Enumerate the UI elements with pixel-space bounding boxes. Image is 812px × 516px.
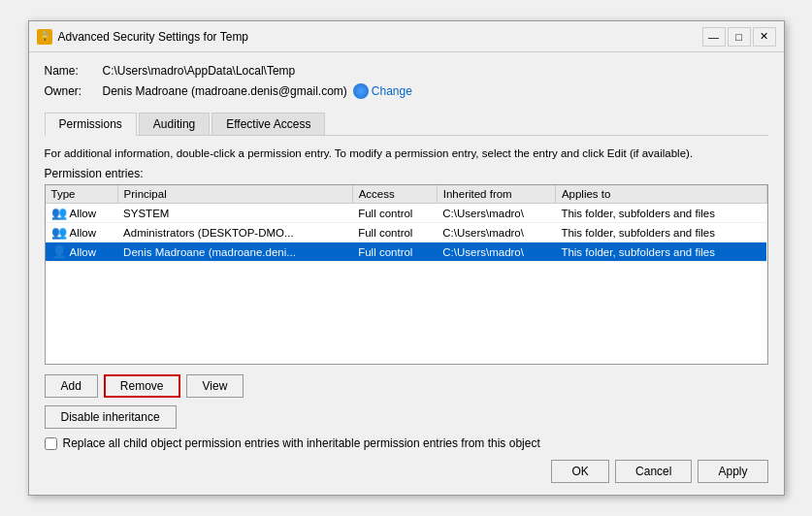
tab-effective-access[interactable]: Effective Access (211, 113, 325, 135)
table-header-row: Type Principal Access Inherited from App… (46, 185, 767, 204)
tabs-container: Permissions Auditing Effective Access (45, 113, 768, 136)
titlebar-left: 🔒 Advanced Security Settings for Temp (37, 29, 249, 45)
main-window: 🔒 Advanced Security Settings for Temp — … (28, 20, 785, 496)
maximize-button[interactable]: □ (728, 27, 751, 47)
cell-applies: This folder, subfolders and files (555, 223, 766, 242)
col-access: Access (352, 185, 437, 204)
owner-label: Owner: (45, 84, 103, 98)
add-button[interactable]: Add (45, 374, 98, 398)
tab-auditing[interactable]: Auditing (139, 113, 210, 135)
owner-value: Denis Madroane (madroane.denis@gmail.com… (103, 84, 347, 98)
titlebar-controls: — □ ✕ (702, 27, 776, 47)
disable-inheritance-row: Disable inheritance (45, 405, 768, 429)
cell-applies: This folder, subfolders and files (555, 242, 766, 262)
footer-buttons: OK Cancel Apply (45, 460, 768, 483)
checkbox-label: Replace all child object permission entr… (63, 436, 540, 450)
permissions-table: Type Principal Access Inherited from App… (46, 185, 767, 262)
tab-auditing-label: Auditing (153, 117, 195, 131)
person-icon: 👤 (51, 244, 67, 259)
tab-permissions-label: Permissions (59, 117, 122, 131)
table-row[interactable]: 👥Allow SYSTEM Full control C:\Users\madr… (46, 204, 767, 223)
action-buttons-row: Add Remove View (45, 374, 768, 398)
col-principal: Principal (117, 185, 352, 204)
view-button[interactable]: View (186, 374, 244, 398)
cell-inherited: C:\Users\madro\ (437, 204, 555, 223)
disable-inheritance-button[interactable]: Disable inheritance (45, 405, 177, 429)
name-label: Name: (45, 64, 103, 78)
cell-inherited: C:\Users\madro\ (437, 242, 555, 262)
window-icon: 🔒 (37, 29, 52, 45)
cell-type: 👥Allow (46, 204, 118, 223)
ok-button[interactable]: OK (551, 460, 609, 483)
tab-permissions[interactable]: Permissions (45, 113, 137, 136)
checkbox-row: Replace all child object permission entr… (45, 436, 768, 450)
globe-icon (353, 83, 369, 99)
cancel-button[interactable]: Cancel (615, 460, 692, 483)
cell-applies: This folder, subfolders and files (555, 204, 766, 223)
remove-button[interactable]: Remove (104, 374, 180, 398)
cell-type: 👥Allow (46, 223, 118, 242)
apply-button[interactable]: Apply (698, 460, 767, 483)
col-type: Type (46, 185, 118, 204)
info-text: For additional information, double-click… (45, 145, 768, 161)
cell-principal: Denis Madroane (madroane.deni... (117, 242, 352, 262)
name-field-row: Name: C:\Users\madro\AppData\Local\Temp (45, 64, 768, 78)
cell-type: 👤Allow (46, 242, 118, 262)
cell-access: Full control (352, 204, 437, 223)
cell-access: Full control (352, 242, 437, 262)
content-area: Name: C:\Users\madro\AppData\Local\Temp … (29, 52, 784, 495)
section-label: Permission entries: (45, 167, 768, 180)
col-applies: Applies to (555, 185, 766, 204)
tab-effective-access-label: Effective Access (226, 117, 310, 131)
replace-permissions-checkbox[interactable] (45, 437, 57, 450)
window-title: Advanced Security Settings for Temp (58, 30, 249, 44)
minimize-button[interactable]: — (702, 27, 726, 47)
name-value: C:\Users\madro\AppData\Local\Temp (103, 64, 296, 78)
cell-inherited: C:\Users\madro\ (437, 223, 555, 242)
change-label: Change (372, 84, 412, 98)
owner-field-row: Owner: Denis Madroane (madroane.denis@gm… (45, 83, 768, 99)
person-icon: 👥 (51, 225, 67, 240)
titlebar: 🔒 Advanced Security Settings for Temp — … (29, 21, 784, 52)
cell-principal: SYSTEM (117, 204, 352, 223)
person-icon: 👥 (51, 206, 67, 220)
table-row[interactable]: 👤Allow Denis Madroane (madroane.deni... … (46, 242, 767, 262)
permissions-table-container: Type Principal Access Inherited from App… (45, 184, 768, 365)
bottom-area: Add Remove View Disable inheritance Repl… (45, 374, 768, 450)
cell-access: Full control (352, 223, 437, 242)
table-row[interactable]: 👥Allow Administrators (DESKTOP-DMO... Fu… (46, 223, 767, 242)
col-inherited: Inherited from (437, 185, 555, 204)
close-button[interactable]: ✕ (753, 27, 776, 47)
change-link[interactable]: Change (353, 83, 412, 99)
cell-principal: Administrators (DESKTOP-DMO... (117, 223, 352, 242)
